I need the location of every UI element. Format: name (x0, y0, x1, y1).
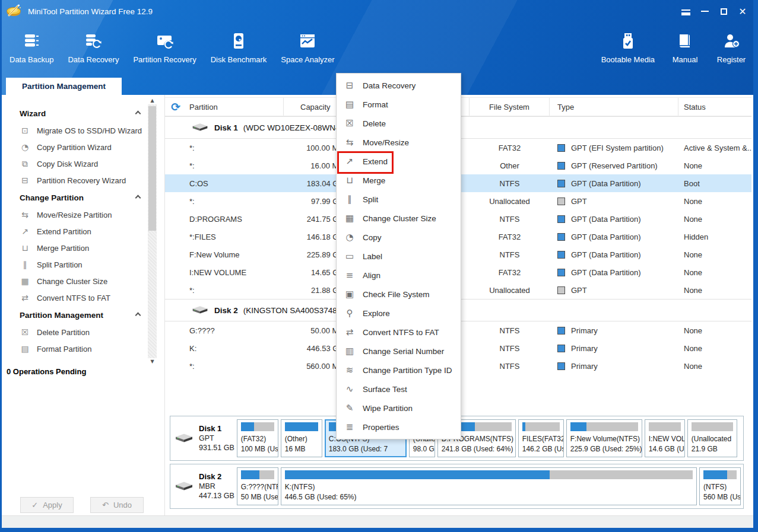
partition-block[interactable]: G:????(NTFS 50 MB (Use (237, 467, 278, 505)
sidebar-item-label: Extend Partition (37, 227, 91, 236)
partition-block-label: G:????(NTFS (241, 482, 274, 492)
sidebar-item-label: Move/Resize Partition (37, 211, 112, 219)
context-menu-item-icon: ◔ (344, 232, 355, 243)
sidebar-item[interactable]: ☒ Delete Partition (20, 324, 164, 340)
sidebar-scrollbar[interactable]: ▲ ▼ (148, 98, 157, 364)
context-menu-item[interactable]: ⇆ Move/Resize (337, 133, 461, 152)
cell-partition: I:NEW VOLUME (165, 268, 284, 277)
partition-block[interactable]: (Other) 16 MB (281, 419, 322, 457)
context-menu-item[interactable]: ✎ Wipe Partition (337, 399, 461, 418)
sidebar-section-header[interactable]: Change Partition (20, 189, 164, 206)
context-menu-item[interactable]: ≣ Properties (337, 418, 461, 437)
app-logo-icon (6, 3, 22, 20)
sidebar-section-header[interactable]: Partition Management (20, 306, 164, 324)
menu-icon[interactable] (676, 4, 695, 19)
toolbar-item-manual[interactable]: Manual (662, 32, 708, 64)
context-menu-item-icon: ≋ (344, 365, 355, 375)
context-menu-item[interactable]: ▦ Change Cluster Size (337, 209, 461, 228)
context-menu-item-icon: ⚲ (344, 308, 355, 318)
scroll-up-icon[interactable]: ▲ (148, 97, 157, 104)
context-menu-item[interactable]: ∥ Split (337, 190, 461, 209)
sidebar-item[interactable]: ⇄ Convert NTFS to FAT (20, 289, 164, 306)
tab-partition-management[interactable]: Partition Management (6, 78, 122, 95)
sidebar-item[interactable]: ⊡ Migrate OS to SSD/HD Wizard (20, 122, 164, 139)
cell-type-label: GPT (Reserved Partition) (571, 161, 658, 170)
partition-block[interactable]: (NTFS) 560 MB (Us (699, 467, 741, 505)
partition-block-label: (FAT32) (241, 434, 274, 444)
partition-block[interactable]: F:New Volume(NTFS) 225.9 GB (Used: 25%) (566, 419, 642, 457)
column-header-status[interactable]: Status (678, 98, 751, 116)
disk-map-info[interactable]: Disk 1 GPT 931.51 GB (170, 416, 234, 460)
sidebar-item[interactable]: ⊔ Merge Partition (20, 240, 164, 256)
undo-button-label: Undo (113, 501, 132, 509)
context-menu-item[interactable]: ≡ Align (337, 266, 461, 285)
sidebar-item-icon: ⊔ (20, 243, 30, 253)
undo-button[interactable]: ↶ Undo (90, 497, 144, 513)
minimize-icon[interactable] (695, 4, 714, 19)
cell-type: GPT (Data Partition) (550, 232, 678, 241)
context-menu-item[interactable]: ⇄ Convert NTFS to FAT (337, 323, 461, 342)
context-menu-item-icon: ▦ (344, 213, 355, 224)
sidebar-item[interactable]: ◔ Copy Partition Wizard (20, 139, 164, 155)
context-menu-item[interactable]: ∿ Surface Test (337, 380, 461, 399)
toolbar-item-partition-recovery[interactable]: Partition Recovery (126, 32, 203, 64)
partition-block[interactable]: K:(NTFS) 446.5 GB (Used: 65%) (281, 467, 697, 505)
sidebar-item[interactable]: ⇆ Move/Resize Partition (20, 206, 164, 223)
scrollbar-thumb[interactable] (148, 106, 156, 231)
sidebar-item-icon: ↗ (20, 227, 30, 236)
sidebar-item[interactable]: ▦ Change Cluster Size (20, 273, 164, 289)
partition-block[interactable]: I:NEW VOLU 14.6 GB (Us (645, 419, 685, 457)
refresh-icon[interactable]: ⟳ (171, 100, 180, 113)
cell-partition: G:???? (165, 326, 284, 335)
scroll-down-icon[interactable]: ▼ (148, 358, 157, 365)
toolbar-item-data-recovery[interactable]: Data Recovery (61, 32, 126, 64)
partition-block[interactable]: (Unallocated 21.9 GB (687, 419, 737, 457)
disk-map-info[interactable]: Disk 2 MBR 447.13 GB (170, 464, 234, 508)
context-menu-item[interactable]: ▭ Label (337, 247, 461, 266)
cell-file-system: Unallocated (470, 286, 550, 295)
column-header-partition[interactable]: Partition (165, 98, 284, 116)
toolbar-item-register[interactable]: Register (708, 32, 754, 64)
operations-pending-label: 0 Operations Pending (7, 367, 86, 376)
sidebar-item[interactable]: ↗ Extend Partition (20, 223, 164, 240)
apply-button[interactable]: ✓ Apply (20, 497, 74, 513)
context-menu-item[interactable]: ⊟ Data Recovery (337, 76, 461, 95)
toolbar-item-data-backup[interactable]: Data Backup (2, 32, 61, 64)
column-header-file-system[interactable]: File System (470, 98, 550, 116)
partition-block[interactable]: (FAT32) 100 MB (Us (237, 419, 278, 457)
cell-partition: *: (165, 144, 284, 152)
context-menu-item[interactable]: ☒ Delete (337, 114, 461, 133)
context-menu-item[interactable]: ▤ Format (337, 95, 461, 114)
context-menu-item[interactable]: ↗ Extend (337, 152, 461, 171)
sidebar-section-header[interactable]: Wizard (20, 104, 164, 122)
partition-block-detail: 446.5 GB (Used: 65%) (285, 492, 693, 502)
maximize-icon[interactable] (714, 4, 733, 19)
context-menu-item[interactable]: ▣ Check File System (337, 285, 461, 304)
apply-button-label: Apply (43, 501, 62, 509)
sidebar-section-title: Change Partition (20, 193, 84, 202)
cell-status: None (678, 286, 751, 295)
check-icon: ✓ (31, 501, 38, 509)
sidebar-item-icon: ⧉ (20, 159, 30, 169)
sidebar-item[interactable]: ⊟ Partition Recovery Wizard (20, 172, 164, 189)
toolbar-item-bootable-media[interactable]: Bootable Media (594, 32, 662, 64)
sidebar-item[interactable]: ∥ Split Partition (20, 256, 164, 273)
partition-block[interactable]: FILES(FAT32) 146.2 GB (Use (518, 419, 564, 457)
context-menu-item[interactable]: ⊔ Merge (337, 171, 461, 190)
toolbar-item-disk-benchmark[interactable]: Disk Benchmark (204, 32, 274, 64)
sidebar-item[interactable]: ⧉ Copy Disk Wizard (20, 155, 164, 172)
context-menu-item[interactable]: ◔ Copy (337, 228, 461, 247)
close-icon[interactable]: ✕ (733, 4, 752, 19)
toolbar-item-space-analyzer[interactable]: Space Analyzer (274, 32, 341, 64)
disk-icon (174, 480, 194, 493)
context-menu-item[interactable]: ⚲ Explore (337, 304, 461, 323)
context-menu-item[interactable]: ≋ Change Partition Type ID (337, 361, 461, 380)
sidebar-item[interactable]: ▤ Format Partition (20, 340, 164, 357)
column-header-type[interactable]: Type (550, 98, 678, 116)
sidebar: Wizard ⊡ Migrate OS to SSD/HD Wizard ◔ C… (2, 95, 164, 515)
cell-type-label: GPT (Data Partition) (571, 250, 641, 259)
partition-block-detail: 560 MB (Us (703, 492, 737, 502)
context-menu-item[interactable]: ▥ Change Serial Number (337, 342, 461, 361)
context-menu-item-icon: ↗ (344, 156, 355, 167)
disk-map-scheme: MBR (199, 482, 215, 490)
